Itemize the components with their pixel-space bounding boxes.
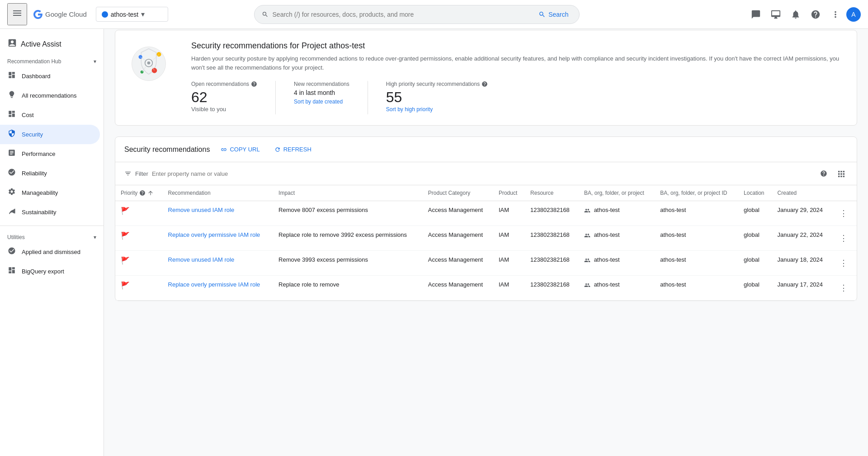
cell-product-category: Access Management (423, 226, 493, 251)
org-icon (584, 282, 590, 288)
sort-by-priority-link[interactable]: Sort by high priority (386, 106, 433, 113)
bulb-icon (7, 90, 16, 101)
cell-more-actions: ⋮ (832, 251, 857, 276)
more-actions-button[interactable]: ⋮ (838, 231, 849, 245)
cell-impact: Remove 3993 excess permissions (273, 251, 423, 276)
cell-product: IAM (493, 226, 525, 251)
cell-resource: 123802382168 (525, 201, 579, 226)
project-name: athos-test (111, 11, 138, 18)
column-settings-button[interactable] (834, 167, 848, 180)
cell-location: global (738, 226, 772, 251)
avatar[interactable]: A (846, 7, 861, 22)
sustainability-icon (7, 207, 16, 217)
priority-flag-icon: 🚩 (121, 257, 130, 264)
bell-icon-button[interactable] (787, 5, 805, 24)
info-card-description: Harden your security posture by applying… (191, 54, 846, 72)
sidebar-item-applied-dismissed[interactable]: Applied and dismissed (0, 242, 100, 262)
table-row: 🚩 Remove unused IAM role Remove 8007 exc… (115, 201, 857, 226)
cell-more-actions: ⋮ (832, 226, 857, 251)
search-icon-left (262, 10, 269, 19)
recommendation-link[interactable]: Replace overly permissive IAM role (168, 281, 260, 288)
sidebar-item-cost[interactable]: Cost (0, 105, 100, 125)
recommendation-link[interactable]: Replace overly permissive IAM role (168, 231, 260, 238)
utilities-header[interactable]: Utilities ▾ (0, 230, 104, 242)
more-actions-button[interactable]: ⋮ (838, 256, 849, 270)
google-cloud-text: Google Cloud (45, 10, 87, 18)
cell-ba-org-id: athos-test (655, 251, 738, 276)
dashboard-icon (7, 71, 16, 81)
refresh-button[interactable]: REFRESH (271, 144, 315, 155)
th-recommendation: Recommendation (163, 185, 274, 201)
sidebar-item-manageability[interactable]: Manageability (0, 183, 100, 202)
sort-up-icon[interactable] (147, 190, 154, 196)
filter-input[interactable] (152, 170, 813, 177)
sidebar-item-all-recommendations[interactable]: All recommendations (0, 86, 100, 105)
cell-created: January 17, 2024 (772, 276, 833, 301)
table-row: 🚩 Replace overly permissive IAM role Rep… (115, 226, 857, 251)
project-selector[interactable]: athos-test ▾ (96, 7, 168, 22)
cell-product: IAM (493, 201, 525, 226)
app-title: Active Assist (21, 40, 61, 48)
more-actions-button[interactable]: ⋮ (838, 207, 849, 220)
help-icon-button[interactable] (807, 5, 825, 24)
applied-icon (7, 247, 16, 257)
stat-new-sub: 4 in last month (294, 89, 349, 96)
priority-help-icon[interactable] (139, 190, 146, 196)
cell-location: global (738, 251, 772, 276)
more-icon-button[interactable] (826, 5, 844, 24)
cell-ba-org: athos-test (579, 226, 655, 251)
sidebar-item-dashboard[interactable]: Dashboard (0, 66, 100, 86)
menu-icon[interactable] (7, 3, 27, 25)
sidebar-item-reliability[interactable]: Reliability (0, 164, 100, 183)
reliability-icon (7, 168, 16, 179)
org-icon (584, 232, 590, 239)
filter-help-button[interactable] (817, 167, 830, 180)
th-impact: Impact (273, 185, 423, 201)
sidebar-item-security[interactable]: Security (0, 125, 100, 144)
project-dropdown-icon: ▾ (141, 10, 145, 19)
th-ba-org-id: BA, org, folder, or project ID (655, 185, 738, 201)
sort-by-date-link[interactable]: Sort by date created (294, 99, 343, 105)
sidebar-item-performance[interactable]: Performance (0, 144, 100, 164)
filter-bar: Filter (115, 162, 857, 185)
copy-url-button[interactable]: COPY URL (217, 144, 263, 155)
recommendation-hub-header[interactable]: Recommendation Hub ▾ (0, 54, 104, 66)
cell-ba-org-id: athos-test (655, 201, 738, 226)
table-header: Security recommendations COPY URL REFRES… (115, 137, 857, 162)
recommendation-link[interactable]: Remove unused IAM role (168, 207, 235, 213)
cell-ba-org-id: athos-test (655, 226, 738, 251)
help-circle-icon-2[interactable] (481, 81, 488, 87)
cell-product: IAM (493, 251, 525, 276)
sidebar-item-bigquery-export[interactable]: BigQuery export (0, 262, 100, 281)
cell-resource: 123802382168 (525, 276, 579, 301)
cell-recommendation: Remove unused IAM role (163, 201, 274, 226)
cell-more-actions: ⋮ (832, 276, 857, 301)
desktop-icon-button[interactable] (767, 5, 785, 24)
stat-open-value: 62 (191, 89, 257, 106)
cell-ba-org: athos-test (579, 201, 655, 226)
search-bar: Search (254, 5, 580, 24)
sidebar-divider (0, 226, 104, 226)
th-product: Product (493, 185, 525, 201)
sidebar-app-header: Active Assist (0, 33, 104, 54)
help-circle-icon[interactable] (251, 81, 257, 87)
cell-impact: Remove 8007 excess permissions (273, 201, 423, 226)
chat-icon-button[interactable] (747, 5, 765, 24)
refresh-icon (274, 146, 281, 153)
google-cloud-logo: Google Cloud (33, 9, 87, 20)
bigquery-icon (7, 266, 16, 277)
sidebar-item-sustainability[interactable]: Sustainability (0, 202, 100, 222)
stat-open-label: Open recommendations (191, 81, 257, 87)
th-created: Created (772, 185, 833, 201)
cell-recommendation: Replace overly permissive IAM role (163, 226, 274, 251)
stat-new: New recommendations 4 in last month Sort… (275, 81, 368, 114)
search-input[interactable] (273, 11, 532, 18)
nav-icons: A (747, 5, 861, 24)
main-content: Security recommendations (104, 0, 868, 312)
search-button[interactable]: Search (535, 9, 572, 20)
recommendation-link[interactable]: Remove unused IAM role (168, 256, 235, 263)
priority-flag-icon: 🚩 (121, 207, 130, 215)
org-icon (584, 207, 590, 214)
performance-icon (7, 149, 16, 159)
more-actions-button[interactable]: ⋮ (838, 281, 849, 295)
